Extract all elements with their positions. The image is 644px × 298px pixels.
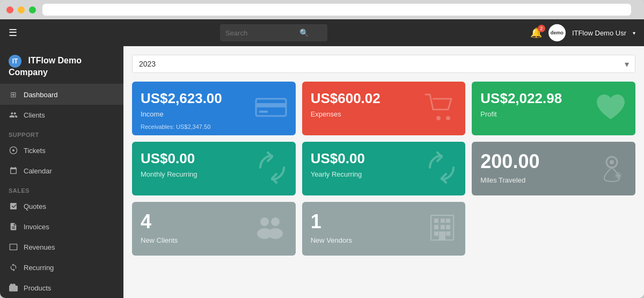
sidebar-item-calendar[interactable]: Calendar [0, 161, 123, 181]
title-bar [0, 0, 644, 19]
svg-rect-15 [434, 219, 438, 223]
sidebar-label-revenues: Revenues [24, 243, 55, 251]
sidebar-label-clients: Clients [24, 111, 45, 119]
svg-rect-21 [434, 231, 438, 236]
search-input[interactable] [225, 29, 295, 37]
calendar-icon [9, 166, 18, 176]
svg-rect-16 [441, 219, 445, 223]
user-name[interactable]: ITFlow Demo Usr [572, 29, 626, 37]
sidebar-label-calendar: Calendar [24, 167, 52, 175]
shopping-cart-icon [423, 92, 458, 125]
profit-card: US$2,022.98 Profit [472, 82, 635, 135]
search-bar: 🔍 [220, 24, 327, 41]
close-button[interactable] [6, 6, 13, 13]
expenses-card: US$600.02 Expenses [302, 82, 466, 135]
income-sub: Receivables: US$2,347.50 [141, 123, 210, 130]
section-sales: SALES [0, 181, 123, 196]
sidebar-item-quotes[interactable]: Quotes [0, 196, 123, 216]
sidebar-item-revenues[interactable]: Revenues [0, 237, 123, 257]
svg-rect-17 [446, 219, 450, 223]
hamburger-menu[interactable]: ☰ [9, 27, 17, 39]
sidebar-label-quotes: Quotes [24, 202, 46, 210]
refresh-icon-yearly [426, 151, 458, 186]
sidebar-item-products[interactable]: Products [0, 278, 123, 298]
sidebar-logo: IT ITFlow Demo Company [0, 46, 123, 84]
svg-point-1 [12, 149, 14, 151]
group-icon [252, 214, 288, 243]
recurring-icon [9, 263, 18, 272]
new-clients-card: 4 New Clients [132, 202, 296, 256]
sidebar-item-invoices[interactable]: Invoices [0, 216, 123, 237]
svg-rect-20 [446, 225, 450, 229]
notification-badge: 2 [538, 25, 545, 32]
address-bar[interactable] [42, 4, 631, 16]
credit-card-icon [254, 95, 288, 122]
svg-rect-19 [441, 225, 445, 229]
sidebar: IT ITFlow Demo Company ⊞ Dashboard Clien… [0, 46, 123, 298]
invoices-icon [9, 222, 18, 231]
sidebar-label-invoices: Invoices [24, 223, 49, 231]
stats-grid: US$2,623.00 Income Receivables: US$2,347… [132, 82, 635, 256]
svg-rect-18 [434, 225, 438, 229]
heart-icon [594, 92, 628, 125]
location-icon [596, 151, 628, 186]
svg-point-13 [268, 228, 283, 239]
monthly-recurring-card: US$0.00 Monthly Recurring [132, 142, 296, 195]
content-area: 2023 2022 2021 2020 US$2,623.00 Income R… [123, 46, 644, 298]
avatar: demo [548, 24, 566, 41]
minimize-button[interactable] [18, 6, 25, 13]
search-wrapper: 🔍 [26, 24, 522, 41]
sidebar-item-dashboard[interactable]: ⊞ Dashboard [0, 84, 123, 105]
new-vendors-card: 1 New Vendors [302, 202, 466, 256]
clients-icon [9, 110, 18, 120]
app: ☰ 🔍 🔔 2 demo ITFlow Demo Usr ▾ [0, 19, 644, 298]
svg-point-6 [446, 116, 450, 120]
svg-point-10 [260, 217, 269, 226]
sidebar-label-products: Products [24, 284, 51, 292]
building-icon [427, 212, 458, 245]
income-card: US$2,623.00 Income Receivables: US$2,347… [132, 82, 296, 135]
sidebar-label-tickets: Tickets [24, 147, 46, 155]
products-icon [9, 283, 18, 293]
logo-icon: IT [9, 55, 21, 68]
svg-point-11 [271, 217, 280, 226]
section-support: SUPPORT [0, 125, 123, 140]
traffic-lights [6, 6, 36, 13]
sidebar-item-tickets[interactable]: Tickets [0, 140, 123, 161]
year-filter: 2023 2022 2021 2020 [132, 55, 635, 73]
navbar: ☰ 🔍 🔔 2 demo ITFlow Demo Usr ▾ [0, 19, 644, 46]
svg-rect-4 [259, 111, 268, 113]
miles-traveled-card: 200.00 Miles Traveled [472, 142, 635, 195]
tickets-icon [9, 146, 18, 155]
revenues-icon [9, 242, 18, 252]
user-menu-caret: ▾ [633, 30, 635, 36]
avatar-text: demo [548, 24, 566, 41]
svg-rect-23 [439, 231, 445, 240]
sidebar-label-recurring: Recurring [24, 264, 54, 272]
sidebar-label-dashboard: Dashboard [24, 91, 58, 99]
dashboard-icon: ⊞ [9, 90, 18, 99]
sidebar-item-recurring[interactable]: Recurring [0, 257, 123, 278]
svg-point-5 [436, 116, 441, 120]
maximize-button[interactable] [29, 6, 36, 13]
notifications-button[interactable]: 🔔 2 [530, 27, 542, 39]
refresh-icon-monthly [256, 151, 288, 186]
svg-point-8 [610, 160, 614, 164]
svg-rect-3 [256, 103, 286, 107]
quotes-icon [9, 201, 18, 211]
search-icon: 🔍 [299, 28, 309, 37]
svg-rect-22 [446, 231, 450, 236]
year-select[interactable]: 2023 2022 2021 2020 [132, 55, 635, 73]
yearly-recurring-card: US$0.00 Yearly Recurring [302, 142, 466, 195]
main-area: IT ITFlow Demo Company ⊞ Dashboard Clien… [0, 46, 644, 298]
sidebar-item-clients[interactable]: Clients [0, 105, 123, 125]
nav-right: 🔔 2 demo ITFlow Demo Usr ▾ [530, 24, 635, 41]
window: ☰ 🔍 🔔 2 demo ITFlow Demo Usr ▾ [0, 0, 644, 298]
